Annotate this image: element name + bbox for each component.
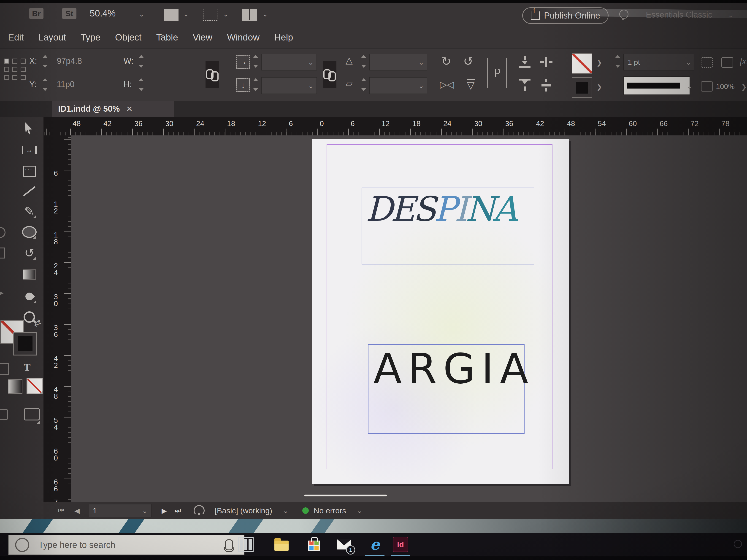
constrain-scale-chain-icon[interactable] xyxy=(323,61,336,88)
eyedropper-tool[interactable] xyxy=(22,289,36,304)
line-tool[interactable] xyxy=(22,184,36,198)
zoom-level-value[interactable]: 50.4% xyxy=(90,8,115,19)
formatting-affects-container-icon[interactable] xyxy=(0,363,9,375)
bridge-button[interactable]: Br xyxy=(29,8,44,19)
rotation-stepper[interactable] xyxy=(361,55,367,68)
workspace-switcher[interactable]: Essentials Classic xyxy=(646,10,712,20)
y-value[interactable]: 11p0 xyxy=(57,80,74,89)
publish-online-button[interactable]: Publish Online xyxy=(522,7,609,24)
width-stepper[interactable] xyxy=(139,55,145,68)
x-stepper[interactable] xyxy=(43,55,49,68)
reference-point-grid[interactable] xyxy=(4,58,26,80)
workspace-chevron-icon[interactable]: ⌄ xyxy=(728,11,733,19)
vertical-ruler[interactable]: 6121824303642485460667 xyxy=(44,135,71,502)
file-explorer-button[interactable] xyxy=(274,537,289,552)
horizontal-scrollbar-thumb[interactable] xyxy=(304,495,387,497)
shear-field[interactable]: ⌄ xyxy=(369,77,427,94)
distribute-up-icon[interactable] xyxy=(517,54,533,70)
document-page[interactable]: DESPINA ARGIA xyxy=(312,139,569,484)
error-status-chevron-icon[interactable]: ⌄ xyxy=(357,507,362,515)
free-transform-tool[interactable]: ↺ xyxy=(22,246,36,260)
next-page-button[interactable]: ▶ xyxy=(161,507,167,515)
menu-help[interactable]: Help xyxy=(274,32,293,43)
formatting-affects-text-icon[interactable]: T xyxy=(24,362,30,373)
pencil-tool[interactable]: ✎ xyxy=(22,204,36,219)
page-tool[interactable] xyxy=(22,164,36,179)
canvas-pasteboard[interactable]: DESPINA ARGIA xyxy=(71,135,747,502)
menu-type[interactable]: Type xyxy=(81,32,101,43)
taskbar-search-box[interactable]: Type here to search xyxy=(8,535,244,555)
fill-swatch-none[interactable] xyxy=(572,53,592,74)
cortana-icon[interactable] xyxy=(15,538,29,552)
menu-layout[interactable]: Layout xyxy=(38,32,66,43)
stroke-style-chevron-icon[interactable]: ⌄ xyxy=(687,82,692,90)
arrange-documents-icon[interactable] xyxy=(242,9,257,21)
distribute-v-icon[interactable] xyxy=(538,77,554,93)
menu-table[interactable]: Table xyxy=(156,32,178,43)
document-tab[interactable]: ID1.indd @ 50% ✕ xyxy=(52,101,174,117)
close-tab-icon[interactable]: ✕ xyxy=(126,104,133,113)
horizontal-ruler[interactable]: 4842363024181260612182430364248546066727… xyxy=(44,117,747,135)
indesign-button[interactable]: Id xyxy=(393,537,408,552)
microphone-icon[interactable] xyxy=(225,539,233,551)
people-icon[interactable] xyxy=(734,540,742,548)
flip-horizontal-button[interactable]: ▷◁ xyxy=(440,79,454,90)
menu-view[interactable]: View xyxy=(193,32,212,43)
corner-options-icon[interactable] xyxy=(701,57,713,68)
rotation-field[interactable]: ⌄ xyxy=(369,54,427,71)
stroke-weight-stepper[interactable] xyxy=(615,55,621,68)
rotate-cw-button[interactable]: ↻ xyxy=(441,54,451,68)
mail-button[interactable]: 1 xyxy=(336,537,352,552)
gradient-swatch-tool[interactable] xyxy=(22,267,36,282)
selection-tool[interactable] xyxy=(22,121,36,135)
rotate-ccw-button[interactable]: ↺ xyxy=(463,54,473,68)
swap-fill-stroke-icon[interactable]: ⇄ xyxy=(32,317,43,329)
apply-gradient-button[interactable] xyxy=(8,379,22,394)
page-number-field[interactable]: 1 ⌄ xyxy=(89,504,152,517)
ellipse-tool[interactable] xyxy=(22,224,36,239)
opacity-chevron-icon[interactable]: ❯ xyxy=(741,83,747,91)
stroke-chevron-icon[interactable]: ❯ xyxy=(596,83,602,91)
scale-y-stepper[interactable] xyxy=(253,78,259,91)
stroke-swatch[interactable] xyxy=(572,77,592,98)
preflight-icon[interactable] xyxy=(194,505,205,516)
preflight-chevron-icon[interactable]: ⌄ xyxy=(283,507,288,515)
first-page-button[interactable]: ⏮ xyxy=(58,507,64,515)
x-value[interactable]: 97p4.8 xyxy=(57,56,82,66)
scale-x-stepper[interactable] xyxy=(253,55,259,68)
view-options-chevron-icon[interactable]: ⌄ xyxy=(183,10,189,18)
opacity-value[interactable]: 100% xyxy=(716,82,735,91)
screen-mode-normal-button[interactable] xyxy=(24,408,40,421)
effects-fx-button[interactable]: fx. xyxy=(740,56,747,66)
menu-edit[interactable]: Edit xyxy=(8,32,24,43)
stroke-weight-field[interactable]: 1 pt ⌄ xyxy=(623,54,694,71)
stroke-proxy-swatch[interactable] xyxy=(13,332,37,355)
edge-button[interactable]: e xyxy=(367,537,383,552)
arrange-documents-chevron-icon[interactable]: ⌄ xyxy=(262,10,268,18)
menu-window[interactable]: Window xyxy=(227,32,260,43)
scale-y-field[interactable]: ⌄ xyxy=(261,77,317,94)
screen-mode-icon[interactable] xyxy=(203,9,217,21)
text-frame-argia[interactable]: ARGIA xyxy=(368,344,524,434)
task-view-button[interactable] xyxy=(238,537,254,552)
stroke-style-field[interactable] xyxy=(623,76,690,95)
preflight-preset[interactable]: [Basic] (working) xyxy=(215,506,272,515)
horizontal-scrollbar[interactable] xyxy=(71,494,747,497)
gap-tool[interactable]: ↔ xyxy=(22,143,36,157)
distribute-h-icon[interactable] xyxy=(538,54,554,70)
lightbulb-icon[interactable] xyxy=(619,9,628,19)
microsoft-store-button[interactable] xyxy=(306,537,322,552)
scale-x-field[interactable]: ⌄ xyxy=(261,54,317,71)
screen-mode-chevron-icon[interactable]: ⌄ xyxy=(223,10,229,18)
text-frame-despina[interactable]: DESPINA xyxy=(362,188,534,264)
zoom-chevron-icon[interactable]: ⌄ xyxy=(139,10,145,18)
menu-object[interactable]: Object xyxy=(115,32,141,43)
fill-chevron-icon[interactable]: ❯ xyxy=(596,58,602,66)
view-options-icon[interactable] xyxy=(164,9,179,21)
select-container-button[interactable]: P xyxy=(487,58,507,88)
y-stepper[interactable] xyxy=(43,78,49,91)
error-status[interactable]: No errors xyxy=(314,506,346,515)
shear-stepper[interactable] xyxy=(361,78,367,91)
stock-button[interactable]: St xyxy=(62,8,76,19)
previous-page-button[interactable]: ◀ xyxy=(74,507,80,515)
